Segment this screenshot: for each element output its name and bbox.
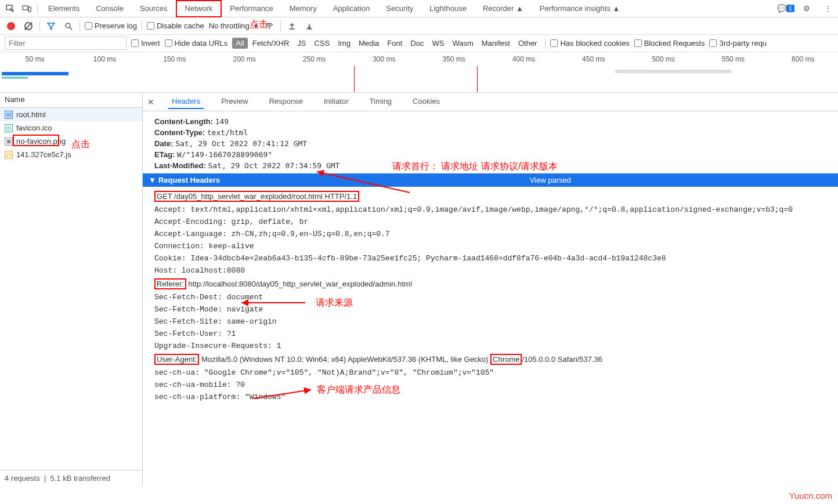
detail-tabs: ✕ HeadersPreviewResponseInitiatorTimingC… — [143, 93, 838, 111]
timeline-tick: 250 ms — [279, 55, 349, 63]
filter-input[interactable] — [5, 37, 127, 50]
dropdown-icon[interactable]: ▾ — [254, 21, 258, 30]
download-icon[interactable] — [303, 20, 316, 32]
request-header-row: Sec-Fetch-Dest: document — [154, 291, 826, 303]
timeline-tick: 350 ms — [419, 55, 489, 63]
request-row[interactable]: JS141.327ce5c7.js — [0, 148, 142, 161]
view-parsed-link[interactable]: View parsed — [530, 176, 571, 184]
request-header-row: Sec-Fetch-User: ?1 — [154, 328, 826, 340]
request-detail: ✕ HeadersPreviewResponseInitiatorTimingC… — [143, 93, 838, 486]
request-headers-section[interactable]: ▼ Request Headers View parsed — [143, 173, 838, 187]
separator — [37, 3, 38, 14]
timeline-tick: 150 ms — [140, 55, 210, 63]
filter-chip-js[interactable]: JS — [294, 38, 309, 49]
has-blocked-cookies-checkbox[interactable]: Has blocked cookies — [550, 39, 629, 48]
request-first-line: GET /day05_http_servlet_war_exploded/roo… — [154, 191, 359, 202]
tab-performance-insights-[interactable]: Performance insights ▲ — [532, 0, 628, 17]
timeline-overview[interactable]: 50 ms100 ms150 ms200 ms250 ms300 ms350 m… — [0, 52, 838, 93]
timeline-tick: 300 ms — [349, 55, 419, 63]
issues-icon[interactable]: 💬1 — [779, 2, 793, 16]
request-row[interactable]: ◎favicon.ico — [0, 121, 142, 135]
device-toggle-icon[interactable] — [20, 2, 34, 16]
request-name: no-favicon.png — [16, 137, 66, 146]
main-tabs: ElementsConsoleSourcesNetworkPerformance… — [0, 0, 838, 17]
detail-tab-preview[interactable]: Preview — [218, 95, 251, 109]
tab-elements[interactable]: Elements — [40, 0, 88, 17]
status-requests: 4 requests — [5, 474, 40, 483]
svg-point-5 — [269, 28, 270, 29]
tab-memory[interactable]: Memory — [281, 0, 325, 17]
search-icon[interactable] — [62, 20, 75, 32]
close-icon[interactable]: ✕ — [147, 97, 154, 107]
issues-badge: 1 — [786, 5, 794, 12]
referer-header: Referer: http://localhost:8080/day05_htt… — [154, 277, 826, 291]
filter-toggle-icon[interactable] — [45, 20, 57, 32]
filter-chip-all[interactable]: All — [232, 38, 247, 49]
request-header-row: sec-ch-ua: "Google Chrome";v="105", "Not… — [154, 367, 826, 379]
filter-chip-ws[interactable]: WS — [428, 38, 447, 49]
detail-tab-initiator[interactable]: Initiator — [320, 95, 352, 109]
filter-chip-font[interactable]: Font — [384, 38, 406, 49]
js-file-icon: JS — [5, 151, 13, 159]
request-header-row: Cookie: Idea-34dbcb4e=2eab6a43-b135-4cfb… — [154, 252, 826, 264]
filter-chip-media[interactable]: Media — [355, 38, 382, 49]
request-header-row: Accept-Language: zh-CN,zh;q=0.9,en-US;q=… — [154, 228, 826, 240]
request-header-row: sec-ch-ua-mobile: ?0 — [154, 379, 826, 391]
filter-chip-wasm[interactable]: Wasm — [449, 38, 476, 49]
request-row[interactable]: ▤root.html — [0, 108, 142, 121]
tab-sources[interactable]: Sources — [132, 0, 176, 17]
request-name: favicon.ico — [16, 124, 52, 132]
tab-performance[interactable]: Performance — [222, 0, 281, 17]
invert-checkbox[interactable]: Invert — [131, 39, 160, 48]
filter-bar: Invert Hide data URLs AllFetch/XHRJSCSSI… — [0, 35, 838, 52]
filter-chip-css[interactable]: CSS — [311, 38, 334, 49]
tab-network[interactable]: Network — [176, 0, 222, 17]
hide-data-urls-checkbox[interactable]: Hide data URLs — [165, 39, 228, 48]
main-content: Name ▤root.html◎favicon.ico▣no-favicon.p… — [0, 93, 838, 486]
inspect-icon[interactable] — [3, 2, 17, 16]
timeline-tick: 600 ms — [768, 55, 838, 63]
img-file-icon: ▣ — [5, 137, 13, 146]
request-header-row: Sec-Fetch-Site: same-origin — [154, 316, 826, 328]
detail-tab-response[interactable]: Response — [265, 95, 306, 109]
third-party-checkbox[interactable]: 3rd-party requ — [709, 39, 767, 48]
timeline-tick: 500 ms — [628, 55, 698, 63]
timeline-tick: 50 ms — [0, 55, 70, 63]
tab-console[interactable]: Console — [88, 0, 132, 17]
request-header-row: Upgrade-Insecure-Requests: 1 — [154, 340, 826, 352]
clear-button[interactable] — [22, 20, 35, 32]
settings-icon[interactable]: ⚙ — [800, 2, 814, 16]
svg-rect-2 — [28, 7, 31, 12]
tab-lighthouse[interactable]: Lighthouse — [421, 0, 475, 17]
tab-security[interactable]: Security — [378, 0, 421, 17]
tab-recorder-[interactable]: Recorder ▲ — [475, 0, 532, 17]
detail-tab-timing[interactable]: Timing — [366, 95, 396, 109]
blocked-requests-checkbox[interactable]: Blocked Requests — [634, 39, 705, 48]
timeline-tick: 400 ms — [489, 55, 558, 63]
more-icon[interactable]: ⋮ — [821, 2, 835, 16]
throttling-select[interactable]: No throttling — [209, 21, 250, 30]
preserve-log-checkbox[interactable]: Preserve log — [85, 21, 137, 30]
request-header-row: Sec-Fetch-Mode: navigate — [154, 303, 826, 316]
tab-application[interactable]: Application — [325, 0, 378, 17]
request-row[interactable]: ▣no-favicon.png — [0, 135, 142, 148]
filter-chip-manifest[interactable]: Manifest — [478, 38, 514, 49]
status-transferred: 5.1 kB transferred — [50, 474, 110, 483]
response-header-row: Content-Type: text/html — [154, 127, 826, 138]
detail-tab-headers[interactable]: Headers — [168, 95, 204, 109]
upload-icon[interactable] — [286, 20, 298, 32]
status-bar: 4 requests | 5.1 kB transferred — [0, 470, 142, 486]
request-name: 141.327ce5c7.js — [16, 150, 71, 159]
filter-chip-fetchxhr[interactable]: Fetch/XHR — [249, 38, 293, 49]
filter-chip-img[interactable]: Img — [334, 38, 354, 49]
filter-chip-doc[interactable]: Doc — [407, 38, 427, 49]
filter-chip-other[interactable]: Other — [515, 38, 541, 49]
toolbar-right: 💬1 ⚙ ⋮ — [778, 2, 836, 16]
detail-tab-cookies[interactable]: Cookies — [409, 95, 443, 109]
disable-cache-checkbox[interactable]: Disable cache — [147, 21, 204, 30]
wifi-icon[interactable] — [263, 20, 276, 32]
timeline-tick: 550 ms — [698, 55, 768, 63]
timeline-tick: 100 ms — [70, 55, 139, 63]
name-column-header[interactable]: Name — [0, 93, 142, 108]
record-button[interactable] — [5, 20, 17, 32]
